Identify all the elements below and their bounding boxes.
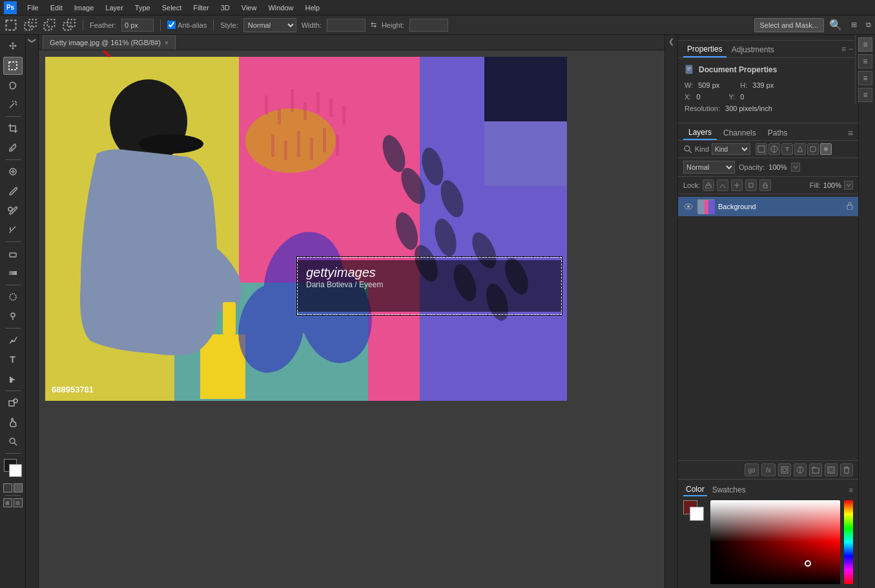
menu-type[interactable]: Type — [130, 3, 156, 13]
delete-layer-btn[interactable] — [840, 463, 853, 476]
menu-layer[interactable]: Layer — [100, 3, 129, 13]
panel-icon-4[interactable]: ≡ — [858, 88, 872, 102]
shape-filter-icon[interactable] — [794, 143, 806, 155]
canvas-scroll[interactable]: gettyimages Daria Botieva / Eyeem 688953… — [39, 50, 664, 588]
type-filter-icon[interactable]: T — [781, 143, 793, 155]
color-gradient-picker[interactable] — [710, 500, 840, 584]
gradient-tool[interactable] — [3, 264, 23, 282]
image-tab[interactable]: Getty image.jpg @ 161% (RGB/8#) × — [43, 35, 176, 50]
swatches-tab[interactable]: Swatches — [710, 484, 748, 496]
pen-tool[interactable] — [3, 331, 23, 349]
quick-mask-mode[interactable] — [14, 483, 23, 492]
menu-edit[interactable]: Edit — [45, 3, 68, 13]
menu-window[interactable]: Window — [263, 3, 298, 13]
background-color[interactable] — [9, 464, 22, 477]
menu-view[interactable]: View — [236, 3, 262, 13]
link-layers-btn[interactable]: go — [745, 463, 759, 476]
kind-filter-select[interactable]: Kind Name Effect Mode Attribute Color Sm… — [712, 143, 750, 155]
color-panel-menu-btn[interactable]: ≡ — [849, 486, 853, 494]
eyedropper-tool[interactable] — [3, 139, 23, 157]
lock-transparent-pixels[interactable] — [703, 179, 714, 191]
new-selection-btn[interactable] — [4, 18, 18, 32]
anti-alias-checkbox[interactable] — [167, 21, 176, 29]
height-input[interactable] — [409, 19, 448, 32]
color-selector[interactable] — [3, 459, 23, 480]
properties-tab[interactable]: Properties — [683, 41, 726, 57]
add-selection-btn[interactable] — [23, 18, 37, 32]
color-tab[interactable]: Color — [683, 483, 707, 496]
lasso-tool[interactable] — [3, 76, 23, 94]
arrange-icon[interactable]: ⧉ — [866, 21, 871, 29]
properties-menu-btn[interactable]: ≡ — [841, 45, 846, 54]
menu-help[interactable]: Help — [300, 3, 325, 13]
lock-image-pixels[interactable] — [717, 179, 728, 191]
layers-menu-btn[interactable]: ≡ — [848, 128, 853, 138]
collapse-left-btn[interactable]: ❯ — [28, 37, 37, 44]
shape-tool[interactable] — [3, 394, 23, 412]
filter-on-icon[interactable] — [820, 143, 832, 155]
menu-filter[interactable]: Filter — [188, 3, 214, 13]
clone-tool[interactable] — [3, 201, 23, 219]
layer-mask-btn[interactable] — [778, 463, 791, 476]
history-brush-tool[interactable] — [3, 221, 23, 239]
layer-visibility-toggle[interactable] — [683, 201, 694, 212]
width-input[interactable] — [327, 19, 365, 32]
marquee-tool[interactable] — [3, 57, 23, 75]
move-tool[interactable] — [3, 37, 23, 56]
feather-input[interactable] — [121, 19, 154, 32]
menu-image[interactable]: Image — [69, 3, 99, 13]
properties-collapse-btn[interactable]: − — [849, 45, 853, 54]
healing-tool[interactable] — [3, 163, 23, 181]
panel-icon-2[interactable]: ≡ — [858, 54, 872, 68]
paths-tab[interactable]: Paths — [763, 127, 793, 139]
menu-3d[interactable]: 3D — [216, 3, 235, 13]
path-selection-tool[interactable] — [3, 370, 23, 388]
pixel-filter-icon[interactable] — [756, 143, 767, 155]
layers-tab[interactable]: Layers — [683, 126, 717, 140]
channels-tab[interactable]: Channels — [718, 127, 761, 139]
lock-all[interactable] — [759, 179, 771, 191]
subtract-selection-btn[interactable] — [43, 18, 57, 32]
intersect-selection-btn[interactable] — [62, 18, 76, 32]
collapse-panels-btn[interactable]: ❮ — [668, 37, 674, 46]
adjustments-tab[interactable]: Adjustments — [726, 41, 779, 57]
hand-tool[interactable] — [3, 413, 23, 431]
crop-tool[interactable] — [3, 119, 23, 137]
blend-mode-select[interactable]: Normal Dissolve Multiply Screen Overlay — [683, 161, 735, 174]
standard-mode[interactable] — [3, 483, 12, 492]
eraser-tool[interactable] — [3, 245, 23, 263]
lock-position[interactable] — [731, 179, 743, 191]
select-mask-btn[interactable]: Select and Mask... — [754, 18, 825, 32]
workspace-icon[interactable]: ⊞ — [851, 21, 857, 29]
swap-dimensions[interactable]: ⇆ — [371, 21, 376, 29]
fg-bg-swatches[interactable] — [683, 500, 706, 523]
search-icon[interactable]: 🔍 — [829, 19, 842, 31]
type-tool[interactable]: T — [3, 350, 23, 369]
adjustment-filter-icon[interactable] — [768, 143, 780, 155]
new-layer-btn[interactable] — [825, 463, 838, 476]
tab-close-btn[interactable]: × — [165, 39, 169, 46]
dodge-tool[interactable] — [3, 307, 23, 325]
smart-filter-icon[interactable] — [807, 143, 819, 155]
anti-alias-option[interactable]: Anti-alias — [167, 21, 207, 29]
magic-wand-tool[interactable] — [3, 96, 23, 114]
fullscreen-mode-btn[interactable]: ⊟ — [14, 498, 23, 507]
brush-tool[interactable] — [3, 182, 23, 200]
style-select[interactable]: Normal Fixed Ratio Fixed Size — [243, 18, 296, 32]
zoom-tool[interactable] — [3, 432, 23, 451]
panel-icon-3[interactable]: ≡ — [858, 71, 872, 85]
adjustment-layer-btn[interactable] — [794, 463, 807, 476]
canvas-image[interactable]: gettyimages Daria Botieva / Eyeem 688953… — [45, 57, 567, 401]
menu-file[interactable]: File — [22, 3, 44, 13]
panel-icon-1[interactable]: ≡ — [858, 37, 872, 52]
blur-tool[interactable] — [3, 288, 23, 306]
layer-style-btn[interactable]: fx — [761, 463, 776, 476]
screen-mode-btn[interactable]: ⊞ — [3, 498, 12, 507]
prevent-artboard-auto[interactable] — [745, 179, 757, 191]
hue-slider[interactable] — [844, 500, 853, 584]
fill-dropdown-btn[interactable] — [844, 181, 853, 190]
opacity-dropdown-btn[interactable] — [791, 163, 800, 172]
menu-select[interactable]: Select — [157, 3, 187, 13]
background-swatch[interactable] — [690, 507, 704, 521]
group-layers-btn[interactable] — [809, 463, 822, 476]
